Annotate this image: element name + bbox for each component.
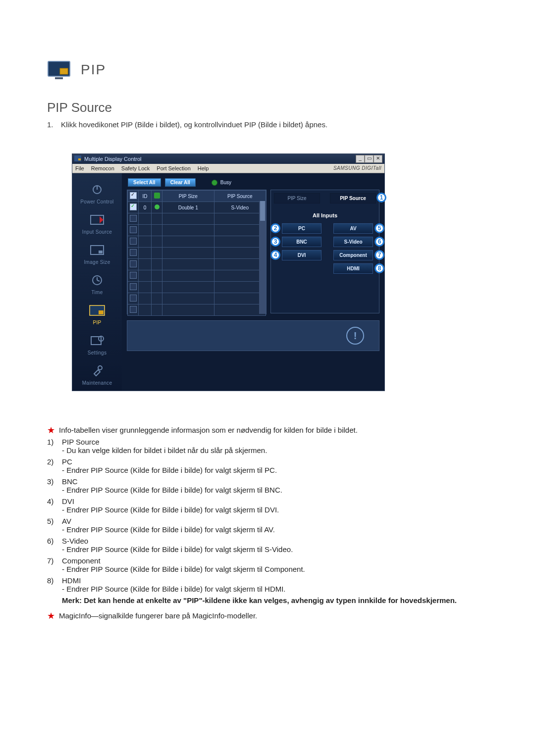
display-grid: ✓ ID PIP Size PIP Source ✓ 0 Double 1 (127, 190, 267, 314)
sidebar-item-pip[interactable]: PIP (87, 303, 107, 325)
item-desc: - Endrer PIP Source (Kilde for Bilde i b… (47, 565, 488, 573)
btn-dvi[interactable]: DVI 4 (282, 250, 321, 260)
row-checkbox[interactable] (130, 226, 137, 233)
note-text: Merk: Det kan hende at enkelte av "PIP"-… (47, 596, 488, 605)
row-checkbox[interactable] (130, 215, 137, 222)
tab-pip-size[interactable]: PIP Size (274, 193, 320, 203)
star-icon: ★ (47, 426, 55, 435)
callout-7: 7 (374, 250, 384, 260)
callout-6: 6 (374, 237, 384, 247)
section-subtitle: PIP Source (47, 100, 488, 115)
table-row[interactable]: ✓ 0 Double 1 S-Video (128, 202, 266, 213)
item-title: BNC (62, 477, 78, 486)
window-min-button[interactable]: _ (356, 155, 365, 163)
col-pip-source[interactable]: PIP Source (214, 191, 266, 202)
row-checkbox[interactable] (130, 306, 137, 313)
explanation-item: 2)PC- Endrer PIP Source (Kilde for Bilde… (47, 457, 488, 474)
svg-rect-2 (55, 77, 63, 79)
item-title: AV (62, 517, 71, 525)
item-title: PC (62, 457, 72, 466)
callout-3: 3 (270, 237, 280, 247)
svg-rect-10 (99, 251, 103, 253)
sidebar-item-image-size[interactable]: Image Size (84, 243, 110, 265)
svg-rect-1 (60, 68, 68, 74)
svg-marker-8 (100, 216, 104, 223)
sidebar-item-input-source[interactable]: Input Source (82, 212, 112, 235)
item-number: 6) (47, 537, 59, 545)
menu-port-selection[interactable]: Port Selection (157, 165, 190, 171)
callout-8: 8 (374, 263, 384, 273)
item-title: DVI (62, 497, 74, 505)
svg-point-18 (98, 366, 102, 370)
btn-bnc[interactable]: BNC 3 (282, 237, 321, 247)
item-desc: - Endrer PIP Source (Kilde for Bilde i b… (47, 585, 488, 593)
row-checkbox[interactable] (130, 283, 137, 290)
select-all-button[interactable]: Select All (128, 178, 161, 187)
sidebar: Power Control Input Source Image Size Ti… (72, 173, 122, 391)
btn-pc[interactable]: PC 2 (282, 223, 321, 234)
item-number: 7) (47, 556, 59, 565)
info-line-2: MagicInfo—signalkilde fungerer bare på M… (59, 611, 257, 620)
cell-id: 0 (139, 202, 152, 213)
item-desc: - Endrer PIP Source (Kilde for Bilde i b… (47, 466, 488, 474)
sidebar-item-power[interactable]: Power Control (80, 182, 113, 204)
row-checkbox[interactable] (130, 238, 137, 245)
item-desc: - Du kan velge kilden for bildet i bilde… (47, 446, 488, 454)
sidebar-item-maintenance[interactable]: Maintenance (82, 363, 112, 386)
row-checkbox[interactable] (130, 249, 137, 256)
row-checkbox[interactable] (130, 272, 137, 279)
item-title: PIP Source (62, 438, 100, 446)
item-number: 5) (47, 517, 59, 525)
row-checkbox[interactable] (130, 295, 137, 302)
window-close-button[interactable]: ✕ (374, 155, 382, 163)
item-desc: - Endrer PIP Source (Kilde for Bilde i b… (47, 545, 488, 554)
btn-av[interactable]: AV 5 (333, 223, 373, 234)
app-icon (74, 155, 81, 162)
pip-sidebar-icon (87, 303, 107, 318)
clear-all-button[interactable]: Clear All (165, 178, 196, 187)
callout-2: 2 (270, 223, 280, 233)
item-number: 4) (47, 497, 59, 505)
item-number: 1) (47, 438, 59, 446)
svg-rect-15 (99, 310, 104, 314)
col-id[interactable]: ID (139, 191, 152, 202)
svg-rect-4 (78, 158, 81, 160)
window-title: Multiple Display Control (84, 156, 142, 162)
col-status[interactable] (152, 191, 162, 202)
menu-safety-lock[interactable]: Safety Lock (121, 165, 150, 171)
item-title: Component (62, 556, 101, 565)
settings-icon (87, 333, 107, 348)
explanation-item: 4)DVI- Endrer PIP Source (Kilde for Bild… (47, 497, 488, 514)
window-max-button[interactable]: ▭ (365, 155, 374, 163)
explanation-item: 8)HDMI- Endrer PIP Source (Kilde for Bil… (47, 576, 488, 593)
cell-pip-size: Double 1 (162, 202, 214, 213)
menu-file[interactable]: File (75, 165, 84, 171)
status-bar: ! (127, 320, 379, 351)
svg-line-13 (97, 280, 100, 281)
row-checkbox[interactable] (130, 260, 137, 267)
sidebar-item-time[interactable]: Time (87, 273, 107, 295)
btn-component[interactable]: Component 7 (333, 250, 373, 260)
input-source-icon (87, 212, 107, 227)
explanation-item: 5)AV- Endrer PIP Source (Kilde for Bilde… (47, 517, 488, 534)
star-icon: ★ (47, 611, 55, 620)
sidebar-item-settings[interactable]: Settings (87, 333, 107, 355)
grid-scrollbar[interactable] (259, 201, 266, 314)
info-line-1: Info-tabellen viser grunnleggende inform… (59, 426, 358, 434)
btn-svideo[interactable]: S-Video 6 (333, 237, 373, 247)
item-title: HDMI (62, 576, 81, 585)
status-dot-icon (155, 204, 160, 209)
cell-pip-source: S-Video (214, 202, 266, 213)
col-pip-size[interactable]: PIP Size (162, 191, 214, 202)
menu-remocon[interactable]: Remocon (91, 165, 114, 171)
row-checkbox[interactable]: ✓ (130, 203, 137, 210)
pip-icon (47, 59, 72, 80)
tab-pip-source[interactable]: PIP Source 1 (330, 193, 376, 203)
app-window: Multiple Display Control _ ▭ ✕ File Remo… (72, 153, 385, 391)
menu-help[interactable]: Help (198, 165, 209, 171)
col-check[interactable]: ✓ (128, 191, 139, 202)
page-title: PIP (81, 62, 106, 78)
intro-number: 1. (47, 120, 56, 129)
btn-hdmi[interactable]: HDMI 8 (333, 263, 373, 274)
intro-text: Klikk hovedikonet PIP (Bilde i bildet), … (61, 120, 327, 129)
